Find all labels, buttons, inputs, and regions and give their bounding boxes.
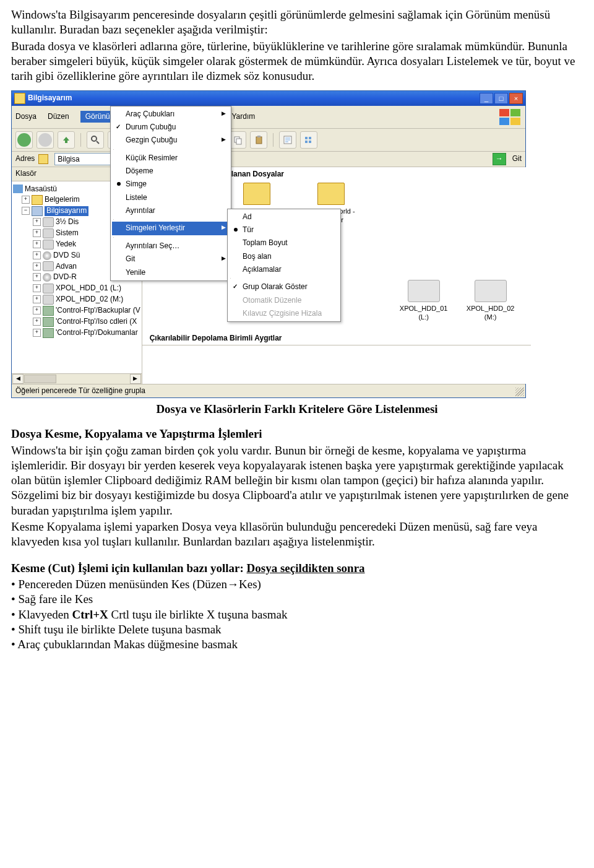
- cut-method-ctrl-x: Klavyeden Ctrl+X Crtl tuşu ile birlikte …: [11, 607, 583, 622]
- minimize-button[interactable]: _: [480, 93, 493, 104]
- cut-copy-paste-body-2: Kesme Kopyalama işlemi yaparken Dosya ve…: [11, 519, 583, 550]
- svg-rect-8: [257, 136, 260, 137]
- view-menu-goto[interactable]: Git▶: [112, 253, 230, 266]
- my-computer-icon: [14, 93, 25, 104]
- maximize-button[interactable]: □: [494, 93, 508, 104]
- svg-rect-11: [309, 137, 311, 139]
- windows-logo-icon: [498, 108, 522, 126]
- resize-grip-icon[interactable]: [515, 388, 524, 396]
- view-menu-dropdown: Araç Çubukları▶ ✓Durum Çubuğu Gezgin Çub…: [110, 106, 231, 281]
- screenshot-figure: Bilgisayarım _ □ × Dosya Düzen Görünüm S…: [11, 90, 583, 398]
- view-menu-thumbnails[interactable]: Küçük Resimler: [112, 152, 230, 165]
- menu-help[interactable]: Yardım: [231, 112, 255, 121]
- properties-button[interactable]: [279, 131, 296, 149]
- view-menu-details[interactable]: Ayrıntılar: [112, 204, 230, 217]
- cut-method-shift-delete: Shift tuşu ile birlikte Delete tuşuna ba…: [11, 622, 583, 637]
- cut-method-right-click: Sağ fare ile Kes: [11, 592, 583, 607]
- view-menu-tiles[interactable]: Döşeme: [112, 165, 230, 178]
- standard-toolbar: [12, 129, 525, 152]
- group-header-removable: Çıkarılabilir Depolama Birimli Aygıtlar: [142, 332, 531, 345]
- cut-copy-paste-body-1: Windows'ta bir işin çoğu zaman birden ço…: [11, 443, 583, 519]
- address-bar: Adres → Git: [12, 152, 525, 167]
- search-button[interactable]: [87, 131, 104, 149]
- go-button[interactable]: →: [493, 153, 506, 165]
- tree-ftp-docs[interactable]: +'Control-Ftp'/Dokumanlar: [13, 328, 140, 339]
- menu-file[interactable]: Dosya: [15, 112, 37, 121]
- bilgisayarim-window: Bilgisayarım _ □ × Dosya Düzen Görünüm S…: [11, 90, 526, 398]
- address-label: Adres: [15, 154, 35, 163]
- cut-copy-paste-heading: Dosya Kesme, Kopyalama ve Yapıştırma İşl…: [11, 427, 583, 441]
- intro-paragraph-1: Windows'ta Bilgisayarım penceresinde dos…: [11, 7, 583, 38]
- tree-hdd-01[interactable]: +XPOL_HDD_01 (L:): [13, 283, 140, 294]
- menubar: Dosya Düzen Görünüm Sık Kullanılanlar Ar…: [12, 106, 525, 129]
- arrange-auto-arrange: Otomatik Düzenle: [229, 294, 339, 307]
- view-menu-arrange-icons[interactable]: Simgeleri Yerleştir▶: [112, 222, 230, 235]
- svg-rect-10: [305, 137, 308, 139]
- paste-button[interactable]: [250, 131, 267, 149]
- menu-edit[interactable]: Düzen: [48, 112, 69, 121]
- view-menu-choose-details[interactable]: Ayrıntıları Seç…: [112, 240, 230, 253]
- svg-rect-7: [256, 137, 262, 144]
- arrange-by-name[interactable]: Ad: [229, 210, 339, 224]
- arrange-icons-submenu: Ad Tür Toplam Boyut Boş alan Açıklamalar…: [227, 209, 341, 323]
- arrange-align-to-grid: Kılavuz Çizgisine Hizala: [229, 307, 339, 320]
- up-button[interactable]: [58, 131, 75, 149]
- arrange-by-comments[interactable]: Açıklamalar: [229, 263, 339, 276]
- views-button[interactable]: [300, 131, 317, 149]
- cut-method-menu: Pencereden Düzen menüsünden Kes (Düzen→K…: [11, 577, 583, 592]
- window-title: Bilgisayarım: [28, 93, 72, 103]
- forward-button[interactable]: [37, 131, 54, 149]
- arrange-by-size[interactable]: Toplam Boyut: [229, 237, 339, 250]
- arrange-show-in-groups[interactable]: ✓Grup Olarak Göster: [229, 280, 339, 293]
- scroll-thumb[interactable]: [24, 375, 56, 383]
- tree-ftp-iso[interactable]: +'Control-Ftp'/Iso cdleri (X: [13, 316, 140, 328]
- cut-methods-heading: Kesme (Cut) İşlemi için kullanılan bazı …: [11, 561, 583, 576]
- close-button[interactable]: ×: [509, 93, 523, 104]
- view-menu-icons[interactable]: Simge: [112, 178, 230, 191]
- window-titlebar: Bilgisayarım _ □ ×: [12, 91, 525, 106]
- svg-line-1: [97, 141, 99, 144]
- go-label: Git: [512, 154, 522, 163]
- cut-method-scissors-button: Araç çubuklarından Makas düğmesine basma…: [11, 637, 583, 652]
- view-menu-statusbar[interactable]: ✓Durum Çubuğu: [112, 121, 230, 134]
- scroll-left-icon[interactable]: ◀: [12, 374, 24, 384]
- status-bar: Öğeleri pencerede Tür özelliğine grupla: [12, 384, 525, 397]
- cut-methods-list: Pencereden Düzen menüsünden Kes (Düzen→K…: [11, 577, 583, 653]
- address-computer-icon: [38, 154, 48, 164]
- svg-rect-6: [236, 139, 241, 144]
- svg-rect-12: [305, 141, 308, 143]
- svg-rect-13: [309, 141, 311, 143]
- view-menu-toolbars[interactable]: Araç Çubukları▶: [112, 108, 230, 121]
- tree-hdd-02[interactable]: +XPOL_HDD_02 (M:): [13, 294, 140, 305]
- drive-item-hdd-01[interactable]: XPOL_HDD_01 (L:): [396, 280, 452, 321]
- arrange-by-type[interactable]: Tür: [229, 224, 339, 237]
- view-menu-refresh[interactable]: Yenile: [112, 266, 230, 279]
- intro-paragraph-2: Burada dosya ve klasörleri adlarına göre…: [11, 39, 583, 84]
- svg-point-0: [92, 136, 97, 141]
- back-button[interactable]: [15, 131, 33, 149]
- status-text: Öğeleri pencerede Tür özelliğine grupla: [15, 386, 145, 396]
- tree-ftp-backups[interactable]: +'Control-Ftp'/Backuplar (V: [13, 305, 140, 316]
- arrange-by-free-space[interactable]: Boş alan: [229, 250, 339, 263]
- figure-caption: Dosya ve Klasörlerin Farklı Kritelere Gö…: [11, 402, 583, 417]
- view-menu-explorer-bar[interactable]: Gezgin Çubuğu▶: [112, 134, 230, 147]
- folder-pane-title: Klasör: [15, 169, 37, 178]
- view-menu-list[interactable]: Listele: [112, 191, 230, 204]
- copy-button[interactable]: [229, 131, 246, 149]
- scroll-right-icon[interactable]: ▶: [130, 374, 141, 384]
- drive-item-hdd-02[interactable]: XPOL_HDD_02 (M:): [463, 280, 519, 321]
- tree-horizontal-scrollbar[interactable]: ◀ ▶: [12, 373, 142, 384]
